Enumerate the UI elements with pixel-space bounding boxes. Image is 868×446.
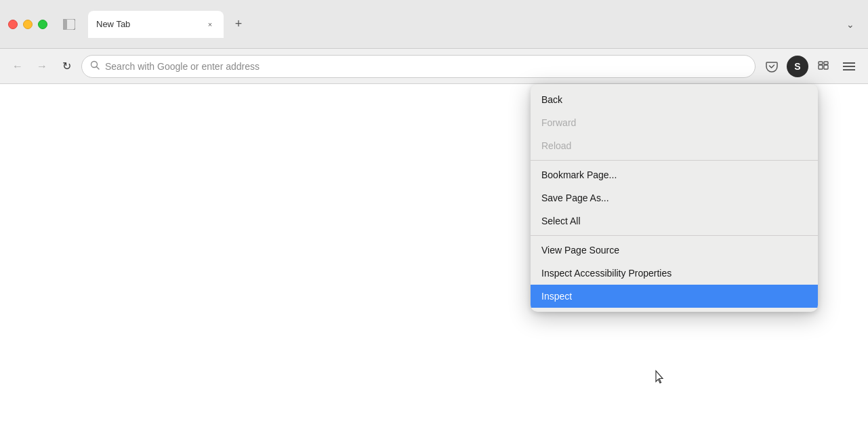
main-content: BackForwardReloadBookmark Page...Save Pa… xyxy=(0,84,868,446)
svg-line-3 xyxy=(97,67,100,70)
forward-icon: → xyxy=(37,60,47,73)
svg-rect-6 xyxy=(819,62,823,64)
menu-separator xyxy=(531,235,818,236)
menu-button[interactable] xyxy=(838,56,860,77)
pocket-button[interactable] xyxy=(761,56,783,77)
address-placeholder: Search with Google or enter address xyxy=(105,61,747,72)
svg-rect-7 xyxy=(824,62,828,64)
nav-bar: ← → ↻ Search with Google or enter addres… xyxy=(0,49,868,84)
reload-icon: ↻ xyxy=(62,60,71,73)
cursor xyxy=(655,369,664,383)
menu-item-forward: Forward xyxy=(531,111,818,134)
tab-close-button[interactable]: × xyxy=(205,19,215,30)
svg-rect-5 xyxy=(824,65,828,69)
search-icon xyxy=(90,60,100,72)
menu-item-bookmark[interactable]: Bookmark Page... xyxy=(531,163,818,186)
svg-rect-1 xyxy=(63,19,67,30)
sidebar-toggle-icon[interactable] xyxy=(58,14,80,35)
menu-item-save[interactable]: Save Page As... xyxy=(531,186,818,209)
minimize-button[interactable] xyxy=(23,20,33,29)
close-button[interactable] xyxy=(8,20,18,29)
menu-item-reload: Reload xyxy=(531,134,818,157)
menu-item-accessibility[interactable]: Inspect Accessibility Properties xyxy=(531,262,818,285)
menu-separator xyxy=(531,160,818,161)
svg-rect-4 xyxy=(819,65,823,69)
forward-button[interactable]: → xyxy=(33,57,51,76)
maximize-button[interactable] xyxy=(38,20,47,29)
menu-item-inspect[interactable]: Inspect xyxy=(531,285,818,308)
tab-overflow-button[interactable]: ⌄ xyxy=(841,15,860,34)
back-button[interactable]: ← xyxy=(8,57,27,76)
new-tab-button[interactable]: + xyxy=(229,15,248,34)
reload-button[interactable]: ↻ xyxy=(57,57,76,76)
menu-item-view-source[interactable]: View Page Source xyxy=(531,239,818,262)
extensions-button[interactable] xyxy=(812,56,834,77)
title-bar: New Tab × + ⌄ xyxy=(0,0,868,49)
profile-avatar[interactable]: S xyxy=(787,56,808,77)
menu-item-back[interactable]: Back xyxy=(531,88,818,111)
tab-title: New Tab xyxy=(96,19,199,29)
active-tab[interactable]: New Tab × xyxy=(88,11,224,38)
nav-right-buttons: S xyxy=(761,56,860,77)
address-bar[interactable]: Search with Google or enter address xyxy=(81,55,756,78)
traffic-lights xyxy=(8,20,47,29)
context-menu: BackForwardReloadBookmark Page...Save Pa… xyxy=(531,84,818,312)
back-icon: ← xyxy=(12,60,23,73)
menu-item-select-all[interactable]: Select All xyxy=(531,209,818,232)
